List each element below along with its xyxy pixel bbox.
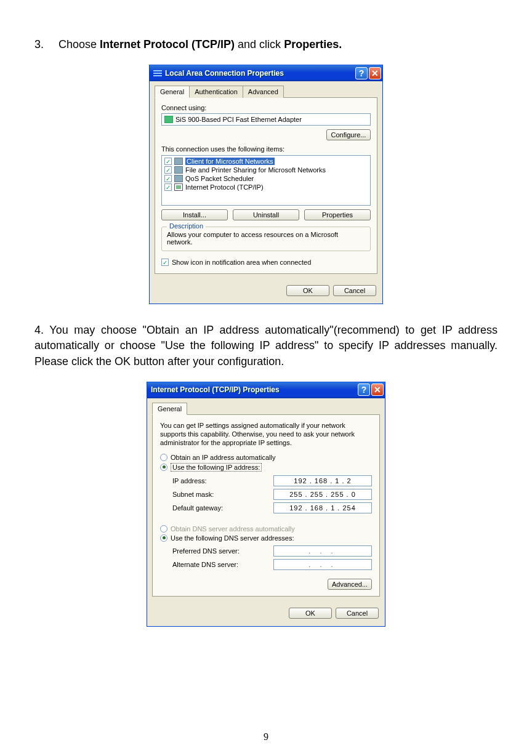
radio-icon[interactable] [160, 534, 167, 542]
cancel-button[interactable]: Cancel [336, 608, 379, 619]
titlebar: Local Area Connection Properties ? ✕ [150, 65, 382, 81]
radio-label: Use the following DNS server addresses: [171, 534, 294, 542]
radio-auto-ip[interactable]: Obtain an IP address automatically [160, 454, 372, 461]
tab-general[interactable]: General [152, 403, 187, 415]
tab-general[interactable]: General [155, 86, 190, 98]
step4-text: 4. You may choose "Obtain an IP address … [34, 323, 498, 369]
service-icon [174, 166, 183, 174]
radio-label: Use the following IP address: [171, 463, 262, 472]
service-icon [174, 175, 183, 182]
adapter-field: SiS 900-Based PCI Fast Ethernet Adapter [161, 113, 371, 126]
list-item[interactable]: ✓ QoS Packet Scheduler [163, 174, 369, 183]
uninstall-button[interactable]: Uninstall [233, 209, 299, 220]
step3-prefix: Choose [58, 38, 100, 50]
radio-use-ip[interactable]: Use the following IP address: [160, 463, 372, 472]
radio-label: Obtain an IP address automatically [171, 454, 275, 461]
show-icon-label: Show icon in notification area when conn… [172, 259, 311, 266]
titlebar: Internet Protocol (TCP/IP) Properties ? … [147, 382, 385, 398]
radio-icon [160, 525, 167, 533]
network-icon [153, 69, 162, 78]
list-item-label: Internet Protocol (TCP/IP) [185, 183, 264, 191]
step3-bold1: Internet Protocol (TCP/IP) [100, 38, 235, 50]
help-button[interactable]: ? [358, 384, 370, 396]
alt-dns-label: Alternate DNS server: [172, 561, 273, 568]
step3-text: 3. Choose Internet Protocol (TCP/IP) and… [34, 37, 498, 52]
help-button[interactable]: ? [355, 67, 368, 79]
uses-items-label: This connection uses the following items… [161, 145, 371, 153]
radio-label: Obtain DNS server address automatically [171, 525, 295, 533]
tab-strip: General [147, 398, 385, 414]
description-label: Description [167, 222, 206, 230]
ip-address-input[interactable]: 192 . 168 . 1 . 2 [273, 475, 372, 486]
page-number: 9 [0, 731, 532, 742]
install-button[interactable]: Install... [161, 209, 228, 220]
radio-icon[interactable] [160, 464, 167, 471]
tab-advanced[interactable]: Advanced [243, 86, 284, 98]
checkbox-icon[interactable]: ✓ [164, 183, 172, 191]
pref-dns-label: Preferred DNS server: [172, 547, 273, 555]
tab-strip: General Authentication Advanced [150, 81, 382, 97]
close-button[interactable]: ✕ [371, 384, 384, 396]
radio-icon[interactable] [160, 454, 167, 461]
dialog-title: Internet Protocol (TCP/IP) Properties [151, 385, 357, 394]
step4-body: You may choose "Obtain an IP address aut… [34, 324, 498, 367]
step4-number: 4. [34, 324, 44, 336]
subnet-input[interactable]: 255 . 255 . 255 . 0 [273, 489, 372, 500]
tcpip-properties-dialog: Internet Protocol (TCP/IP) Properties ? … [147, 382, 385, 627]
list-item[interactable]: ✓ File and Printer Sharing for Microsoft… [163, 166, 369, 174]
ip-address-label: IP address: [172, 477, 273, 485]
info-text: You can get IP settings assigned automat… [160, 421, 372, 448]
protocol-icon [174, 183, 183, 191]
properties-button[interactable]: Properties [304, 209, 371, 220]
tab-body: Connect using: SiS 900-Based PCI Fast Et… [155, 97, 377, 274]
list-item-label: File and Printer Sharing for Microsoft N… [185, 166, 326, 174]
dialog-footer: OK Cancel [147, 601, 385, 626]
show-icon-row[interactable]: ✓ Show icon in notification area when co… [161, 259, 371, 266]
radio-auto-dns: Obtain DNS server address automatically [160, 525, 372, 533]
ok-button[interactable]: OK [286, 285, 329, 296]
tab-authentication[interactable]: Authentication [189, 86, 243, 98]
list-item-label: Client for Microsoft Networks [185, 158, 275, 165]
gateway-label: Default gateway: [172, 504, 273, 512]
list-item[interactable]: ✓ Client for Microsoft Networks [163, 157, 369, 166]
step3-number: 3. [34, 37, 55, 52]
dialog-title: Local Area Connection Properties [165, 69, 354, 78]
gateway-input[interactable]: 192 . 168 . 1 . 254 [273, 502, 372, 513]
client-icon [174, 158, 183, 165]
tab-body: You can get IP settings assigned automat… [152, 414, 380, 597]
advanced-button[interactable]: Advanced... [328, 579, 372, 590]
dialog-footer: OK Cancel [150, 279, 382, 304]
radio-use-dns[interactable]: Use the following DNS server addresses: [160, 534, 372, 542]
list-item[interactable]: ✓ Internet Protocol (TCP/IP) [163, 183, 369, 191]
description-group: Description Allows your computer to acce… [161, 227, 371, 251]
subnet-label: Subnet mask: [172, 491, 273, 498]
checkbox-icon[interactable]: ✓ [164, 175, 172, 182]
description-text: Allows your computer to access resources… [167, 231, 365, 246]
adapter-icon [164, 116, 173, 123]
checkbox-icon[interactable]: ✓ [161, 259, 169, 266]
ok-button[interactable]: OK [289, 608, 332, 619]
configure-button[interactable]: Configure... [326, 129, 371, 140]
checkbox-icon[interactable]: ✓ [164, 166, 172, 174]
list-item-label: QoS Packet Scheduler [185, 175, 254, 182]
checkbox-icon[interactable]: ✓ [164, 158, 172, 165]
items-listbox[interactable]: ✓ Client for Microsoft Networks ✓ File a… [161, 155, 371, 206]
step3-bold2: Properties. [284, 38, 342, 50]
cancel-button[interactable]: Cancel [333, 285, 376, 296]
connect-using-label: Connect using: [161, 104, 371, 111]
close-button[interactable]: ✕ [369, 67, 381, 79]
adapter-name: SiS 900-Based PCI Fast Ethernet Adapter [175, 116, 302, 123]
step3-mid: and click [235, 38, 284, 50]
alt-dns-input[interactable]: . . . [273, 559, 372, 570]
pref-dns-input[interactable]: . . . [273, 545, 372, 557]
lac-properties-dialog: Local Area Connection Properties ? ✕ Gen… [149, 65, 383, 304]
